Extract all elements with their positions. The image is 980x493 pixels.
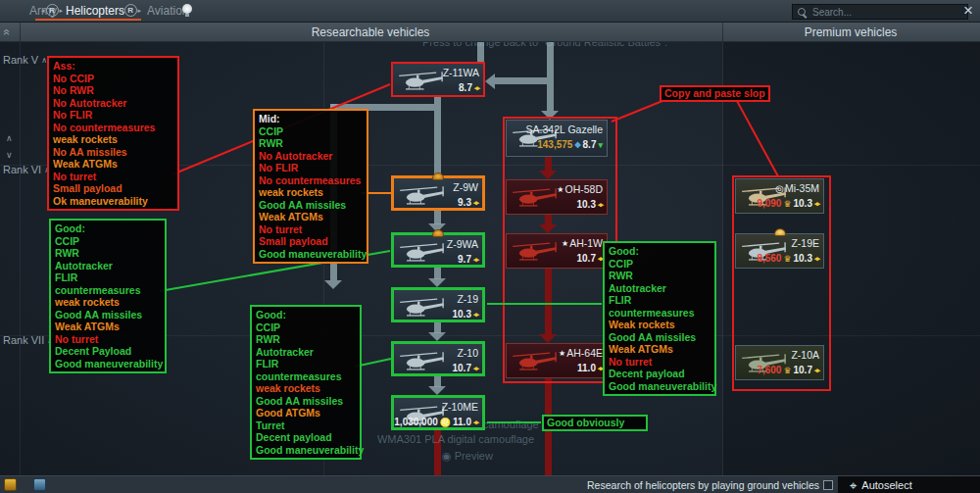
annotation-line: Decent payload — [256, 431, 356, 444]
annotation-line: FLIR — [609, 294, 710, 307]
bottom-left-icon-1[interactable] — [4, 478, 17, 491]
tab-helicopters[interactable]: Helicopters — [66, 4, 124, 18]
folder-badge-icon[interactable] — [432, 229, 444, 237]
annotation-line: Good maneuverability — [259, 248, 363, 261]
camo-preview-button[interactable]: ◉ Preview — [442, 450, 493, 463]
helicopter-silhouette-icon — [396, 296, 449, 319]
search-input[interactable] — [810, 6, 962, 19]
bottom-left-icon-2[interactable] — [33, 478, 46, 491]
br-arrows-icon: ◂▸ — [473, 365, 478, 372]
annotation-line: Small payload — [259, 235, 363, 248]
annotation-line: Ok maneuverability — [53, 195, 173, 208]
tree-connector-arrowhead — [539, 334, 557, 343]
controller-hint-left-icon: ◂R▸ — [41, 4, 63, 17]
annotation-line: No turret — [609, 356, 710, 369]
battle-rating: 11.0 — [577, 363, 596, 373]
annotation-line: Autotracker — [256, 346, 356, 359]
battle-rating: 9.3 — [458, 197, 471, 208]
annotation-line: RWR — [55, 247, 161, 260]
researchable-vehicles-header: Researchable vehicles — [312, 25, 430, 39]
autoselect-button[interactable]: ⌖ Autoselect — [838, 476, 980, 493]
vehicle-card-ah64e[interactable]: ★AH-64E 11.0◂▸ — [506, 343, 608, 378]
annotation-note-good-obviously: Good obviously — [542, 415, 648, 431]
premium-badge-icon — [774, 228, 786, 236]
br-arrows-icon: ◂▸ — [598, 201, 603, 209]
rank-scroll-up-icon[interactable]: ∧ — [6, 133, 13, 143]
battle-rating: 8.7 — [459, 82, 472, 93]
research-with-ground-label: Research of helicopters by playing groun… — [587, 479, 819, 491]
vehicle-card-z10me[interactable]: Z-10ME 1,030,000♌11.0◂▸ — [391, 395, 485, 430]
active-tab-underline — [35, 19, 141, 21]
tree-connector — [495, 77, 547, 84]
vehicle-card-z11wa[interactable]: Z-11WA 8.7◂▸ — [391, 62, 485, 97]
annotation-line: No countermeasures — [53, 122, 173, 134]
annotation-line: Good AA missiles — [55, 309, 161, 321]
annotation-line: Weak ATGMs — [609, 343, 710, 356]
top-bar: Army ◂R▸ Helicopters ◂R▸ Aviation × — [0, 0, 980, 23]
annotation-line: Good: — [609, 245, 710, 258]
vehicle-card-oh58d[interactable]: ★OH-58D 10.3◂▸ — [506, 179, 608, 215]
vehicle-card-z19[interactable]: Z-19 10.3◂▸ — [391, 287, 485, 322]
annotation-line: No RWR — [53, 84, 173, 97]
br-arrows-icon: ◂▸ — [814, 255, 819, 263]
vehicle-card-z10[interactable]: Z-10 10.7◂▸ — [391, 341, 485, 376]
br-arrows-icon: ◂▸ — [814, 367, 819, 374]
tree-connector-arrowhead — [324, 280, 342, 289]
search-box[interactable] — [792, 4, 968, 20]
br-arrows-icon: ◂▸ — [473, 311, 478, 319]
helicopter-silhouette-icon — [396, 350, 449, 372]
rank-scroll-down-icon[interactable]: ∨ — [6, 150, 13, 160]
annotation-text: Copy and paste slop — [664, 88, 765, 99]
annotation-line: CCIP — [256, 321, 356, 334]
vehicle-card-gazelle[interactable]: SA.342L Gazelle 143,575◆8.7▾ — [506, 120, 608, 157]
annotation-line: Good AA missiles — [256, 395, 356, 408]
golden-eagles-icon: ♛ — [783, 254, 791, 264]
br-down-icon: ▾ — [598, 140, 603, 150]
silver-lions-icon: ♌ — [440, 418, 451, 427]
battle-rating: 9.7 — [458, 254, 471, 265]
annotation-line: No AA missiles — [53, 146, 173, 159]
tree-connector — [547, 41, 554, 111]
premium-vehicles-header: Premium vehicles — [805, 25, 898, 39]
annotation-line: weak rockets — [256, 382, 356, 395]
vehicle-name: Z-9WA — [447, 238, 478, 250]
helicopter-silhouette-icon — [509, 240, 562, 263]
folder-badge-icon[interactable] — [432, 173, 444, 180]
annotation-line: No FLIR — [259, 162, 363, 174]
annotation-line: Good maneuverability — [609, 380, 710, 393]
helicopter-silhouette-icon — [395, 70, 448, 92]
rank-v-label[interactable]: Rank V ∧ — [3, 54, 47, 66]
vehicle-name: AH-64E — [566, 347, 603, 359]
helicopter-silhouette-icon — [396, 184, 449, 207]
tree-connector-red — [545, 269, 552, 335]
vehicle-name: Z-11WA — [443, 67, 479, 78]
collapse-up-icon[interactable]: » — [0, 29, 13, 36]
tree-connector-arrowhead — [539, 224, 557, 233]
vehicle-card-z10a[interactable]: Z-10A 7,600♛10.7◂▸ — [735, 345, 824, 380]
us-star-icon: ★ — [557, 185, 564, 194]
br-arrows-icon: ◂▸ — [473, 419, 478, 426]
close-icon[interactable]: × — [963, 0, 973, 22]
vehicle-card-mi35m[interactable]: ◎Mi-35M 9,090♛10.3◂▸ — [735, 178, 824, 214]
rank-vii-label[interactable]: Rank VII ∧ — [3, 334, 53, 346]
battle-rating: 10.7 — [794, 365, 812, 375]
vehicle-card-z19e[interactable]: Z-19E 8,560♛10.3◂▸ — [735, 233, 824, 269]
autoselect-icon: ⌖ — [850, 479, 857, 492]
annotation-line: No CCIP — [53, 73, 173, 85]
annotation-line: Good AA missiles — [609, 331, 710, 344]
annotation-line: Mid: — [259, 113, 363, 125]
vehicle-card-ah1w[interactable]: ★AH-1W 10.7◂▸ — [506, 233, 608, 269]
annotation-line: Autotracker — [55, 260, 161, 272]
vehicle-card-z9w[interactable]: Z-9W 9.3◂▸ — [391, 175, 485, 211]
annotation-line: FLIR — [256, 358, 356, 370]
br-arrows-icon: ◂▸ — [474, 84, 479, 92]
annotation-line: CCIP — [609, 258, 710, 271]
rank-vi-label[interactable]: Rank VI ∧ — [3, 164, 50, 175]
vehicle-card-z9wa[interactable]: Z-9WA 9.7◂▸ — [391, 232, 485, 268]
research-with-ground-checkbox[interactable] — [823, 480, 833, 490]
annotation-line: Weak ATGMs — [53, 158, 173, 171]
annotation-note-copy-paste: Copy and paste slop — [660, 85, 770, 102]
tree-connector-arrowhead — [428, 278, 446, 287]
war-thunder-research-tree: Army ◂R▸ Helicopters ◂R▸ Aviation × » Re… — [0, 0, 980, 493]
tree-connector-arrowhead — [428, 386, 446, 395]
